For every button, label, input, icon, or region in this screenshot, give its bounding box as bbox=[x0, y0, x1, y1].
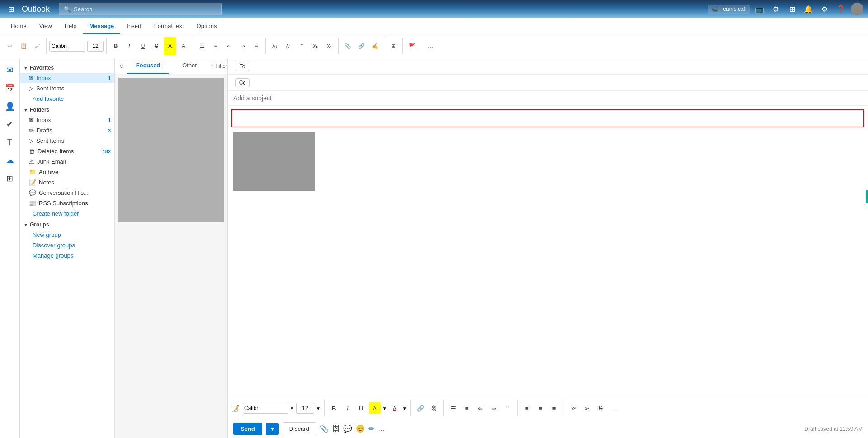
waffle-icon[interactable]: ⊞ bbox=[5, 3, 17, 15]
sidebar-item-conversation[interactable]: 💬 Conversation His... bbox=[20, 188, 114, 198]
attach-file-button[interactable]: 📎 bbox=[341, 37, 354, 55]
manage-groups-link[interactable]: Manage groups bbox=[20, 250, 114, 261]
more-button[interactable]: … bbox=[424, 37, 437, 55]
body-font-input[interactable] bbox=[243, 403, 288, 414]
sidebar-item-rss[interactable]: 📰 RSS Subscriptions bbox=[20, 198, 114, 208]
link-button[interactable]: 🔗 bbox=[355, 37, 368, 55]
onedrive-icon[interactable]: ☁ bbox=[2, 152, 18, 169]
calendar-icon[interactable]: 📅 bbox=[2, 80, 18, 96]
align-button[interactable]: ≡ bbox=[250, 37, 263, 55]
decrease-font-button[interactable]: A↓ bbox=[269, 37, 281, 55]
settings-icon-top[interactable]: ⚙ bbox=[769, 3, 782, 15]
reaction-button[interactable]: 😊 bbox=[356, 424, 365, 433]
quote-button[interactable]: " bbox=[296, 37, 308, 55]
paste-button[interactable]: 📋 bbox=[17, 37, 30, 55]
discard-button[interactable]: Discard bbox=[283, 422, 316, 435]
create-new-folder-link[interactable]: Create new folder bbox=[20, 208, 114, 219]
tasks-icon[interactable]: ✔ bbox=[2, 116, 18, 132]
body-bullets-button[interactable]: ☰ bbox=[448, 402, 459, 414]
signature-button[interactable]: ✍ bbox=[368, 37, 381, 55]
mail-icon[interactable]: ✉ bbox=[2, 62, 18, 78]
body-highlight-button[interactable]: A bbox=[369, 402, 381, 414]
teams-call-button[interactable]: 📹 Teams call bbox=[708, 5, 750, 14]
body-strikethrough-button[interactable]: S bbox=[595, 402, 607, 414]
body-increase-indent-button[interactable]: ⇒ bbox=[488, 402, 500, 414]
font-color-dropdown[interactable]: ▼ bbox=[402, 406, 407, 411]
tab-help[interactable]: Help bbox=[58, 19, 83, 34]
cc-input[interactable] bbox=[251, 77, 863, 88]
add-favorite-link[interactable]: Add favorite bbox=[20, 94, 114, 104]
focused-tab[interactable]: Focused bbox=[127, 58, 169, 74]
new-group-link[interactable]: New group bbox=[20, 230, 114, 240]
sidebar-item-inbox[interactable]: ✉ Inbox 1 bbox=[20, 115, 114, 125]
settings-icon2[interactable]: ⚙ bbox=[818, 3, 831, 15]
folders-section[interactable]: ▼ Folders bbox=[20, 104, 114, 115]
sidebar-item-sent-fav[interactable]: ▷ Sent Items bbox=[20, 83, 114, 94]
undo-button[interactable]: ↩ bbox=[4, 37, 16, 55]
sidebar-item-drafts[interactable]: ✏ Drafts 3 bbox=[20, 125, 114, 136]
font-size-input[interactable] bbox=[87, 41, 104, 52]
help-icon[interactable]: ❓ bbox=[835, 3, 847, 15]
discover-groups-link[interactable]: Discover groups bbox=[20, 240, 114, 250]
body-link2-button[interactable]: ⛓ bbox=[428, 402, 440, 414]
increase-indent-button[interactable]: ⇒ bbox=[236, 37, 249, 55]
increase-font-button[interactable]: A↑ bbox=[282, 37, 295, 55]
apps-icon2[interactable]: ⊞ bbox=[2, 170, 18, 187]
user-avatar[interactable] bbox=[851, 3, 863, 15]
sidebar-item-deleted[interactable]: 🗑 Deleted Items 182 bbox=[20, 146, 114, 156]
font-dropdown-icon[interactable]: ▼ bbox=[290, 406, 294, 411]
body-more-button[interactable]: … bbox=[609, 402, 620, 414]
subject-input[interactable] bbox=[233, 94, 863, 102]
italic-button[interactable]: I bbox=[123, 37, 136, 55]
body-numbering-button[interactable]: ≡ bbox=[461, 402, 473, 414]
tab-format-text[interactable]: Format text bbox=[148, 19, 190, 34]
bullets-button[interactable]: ☰ bbox=[196, 37, 208, 55]
notification-icon[interactable]: 🔔 bbox=[802, 3, 815, 15]
table-button[interactable]: ⊞ bbox=[387, 37, 400, 55]
body-underline-button[interactable]: U bbox=[355, 402, 367, 414]
subscript-button[interactable]: X₂ bbox=[309, 37, 322, 55]
to-input[interactable] bbox=[251, 61, 863, 71]
tab-insert[interactable]: Insert bbox=[120, 19, 148, 34]
size-dropdown-icon[interactable]: ▼ bbox=[316, 406, 321, 411]
font-color-button[interactable]: A bbox=[177, 37, 190, 55]
filter-button[interactable]: ≡ Filter bbox=[210, 58, 227, 74]
numbering-button[interactable]: ≡ bbox=[209, 37, 222, 55]
sidebar-item-archive[interactable]: 📁 Archive bbox=[20, 167, 114, 177]
body-align-left-button[interactable]: ≡ bbox=[521, 402, 533, 414]
body-align-center-button[interactable]: ≡ bbox=[535, 402, 547, 414]
tab-message[interactable]: Message bbox=[83, 19, 120, 34]
underline-button[interactable]: U bbox=[137, 37, 149, 55]
dictate-button[interactable]: ✏ bbox=[368, 424, 374, 433]
apps-icon[interactable]: ⊞ bbox=[786, 3, 798, 15]
strikethrough-button[interactable]: S bbox=[150, 37, 163, 55]
sidebar-item-inbox-fav[interactable]: ✉ Inbox 1 bbox=[20, 73, 114, 83]
flag-button[interactable]: 🚩 bbox=[406, 37, 418, 55]
image-attach-button[interactable]: 🖼 bbox=[332, 425, 340, 433]
contacts-icon[interactable]: 👤 bbox=[2, 98, 18, 114]
body-quote-button[interactable]: " bbox=[502, 402, 514, 414]
sidebar-item-sent[interactable]: ▷ Sent Items bbox=[20, 136, 114, 146]
other-tab[interactable]: Other bbox=[169, 58, 211, 74]
sidebar-item-notes[interactable]: 📝 Notes bbox=[20, 177, 114, 188]
body-superscript-button[interactable]: x² bbox=[568, 402, 580, 414]
body-bold-button[interactable]: B bbox=[328, 402, 340, 414]
send-dropdown-button[interactable]: ▼ bbox=[266, 423, 279, 435]
tab-view[interactable]: View bbox=[33, 19, 58, 34]
superscript-button[interactable]: X² bbox=[323, 37, 335, 55]
more-compose-button[interactable]: … bbox=[378, 425, 385, 433]
screen-share-icon[interactable]: 📺 bbox=[753, 3, 766, 15]
bold-button[interactable]: B bbox=[109, 37, 122, 55]
highlight-dropdown[interactable]: ▼ bbox=[382, 406, 387, 411]
cc-button[interactable]: Cc bbox=[235, 78, 250, 87]
font-family-input[interactable] bbox=[49, 41, 85, 52]
body-decrease-indent-button[interactable]: ⇐ bbox=[475, 402, 486, 414]
highlight-button[interactable]: A bbox=[164, 37, 176, 55]
favorites-section[interactable]: ▼ Favorites bbox=[20, 62, 114, 73]
body-link-button[interactable]: 🔗 bbox=[415, 402, 426, 414]
sidebar-item-junk[interactable]: ⚠ Junk Email bbox=[20, 156, 114, 167]
decrease-indent-button[interactable]: ⇐ bbox=[223, 37, 236, 55]
search-box[interactable]: 🔍 Search bbox=[59, 3, 222, 15]
to-button[interactable]: To bbox=[236, 62, 250, 71]
tab-home[interactable]: Home bbox=[5, 19, 33, 34]
